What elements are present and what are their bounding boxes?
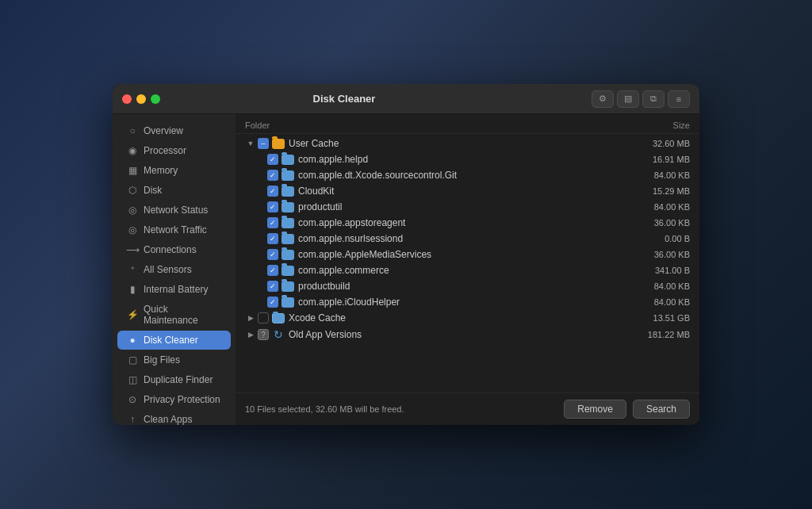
- footer-buttons: Remove Search: [564, 400, 690, 419]
- table-row[interactable]: ✓ com.apple.helpd 16.91 MB: [236, 151, 699, 167]
- sidebar-item-all-sensors[interactable]: ⁺ All Sensors: [117, 260, 231, 279]
- column-headers: Folder Size: [236, 114, 699, 134]
- checkbox-cloudkit[interactable]: ✓: [267, 186, 278, 197]
- table-row[interactable]: ▼ – User Cache 32.60 MB: [236, 136, 699, 151]
- network-traffic-icon: ◎: [127, 224, 138, 235]
- sidebar-item-network-status[interactable]: ◎ Network Status: [117, 201, 231, 220]
- sidebar-item-privacy-protection[interactable]: ⊙ Privacy Protection: [117, 390, 231, 409]
- expand-icon[interactable]: ▶: [245, 312, 256, 323]
- checkbox-commerce[interactable]: ✓: [267, 265, 278, 276]
- file-size: 0.00 B: [619, 234, 690, 243]
- checkbox-helpd[interactable]: ✓: [267, 154, 278, 165]
- expand-placeholder: [255, 201, 266, 212]
- checkbox-appstoreagent[interactable]: ✓: [267, 217, 278, 228]
- menu-tb-btn[interactable]: ≡: [668, 90, 690, 108]
- expand-placeholder: [255, 281, 266, 292]
- search-button[interactable]: Search: [633, 400, 690, 419]
- privacy-protection-icon: ⊙: [127, 394, 138, 405]
- sidebar-item-connections[interactable]: ⟶ Connections: [117, 240, 231, 259]
- file-size: 341.00 B: [619, 266, 690, 275]
- expand-placeholder: [255, 297, 266, 308]
- checkbox-productbuild[interactable]: ✓: [267, 281, 278, 292]
- checkbox-xcode-cache[interactable]: [258, 312, 269, 323]
- remove-button[interactable]: Remove: [564, 400, 626, 419]
- table-row[interactable]: ✓ com.apple.AppleMediaServices 36.00 KB: [236, 247, 699, 262]
- connections-icon: ⟶: [127, 244, 138, 255]
- folder-icon: [282, 297, 294, 308]
- table-row[interactable]: ▶ ? ↻ Old App Versions 181.22 MB: [236, 326, 699, 343]
- file-name: productutil: [298, 201, 619, 212]
- checkbox-xcode-git[interactable]: ✓: [267, 170, 278, 181]
- sidebar-item-disk-cleaner[interactable]: ● Disk Cleaner: [117, 331, 231, 350]
- file-name: CloudKit: [298, 186, 619, 197]
- sidebar-item-big-files[interactable]: ▢ Big Files: [117, 350, 231, 369]
- folder-icon: [282, 202, 294, 212]
- folder-column-header: Folder: [245, 121, 619, 130]
- internal-battery-icon: ▮: [127, 284, 138, 295]
- footer: 10 Files selected, 32.60 MB will be free…: [236, 392, 699, 425]
- table-row[interactable]: ✓ productutil 84.00 KB: [236, 199, 699, 215]
- table-row[interactable]: ✓ CloudKit 15.29 MB: [236, 183, 699, 199]
- sidebar-item-network-traffic[interactable]: ◎ Network Traffic: [117, 220, 231, 239]
- expand-placeholder: [255, 170, 266, 181]
- duplicate-finder-icon: ◫: [127, 374, 138, 385]
- table-row[interactable]: ✓ com.apple.dt.Xcode.sourcecontrol.Git 8…: [236, 167, 699, 183]
- titlebar: Disk Cleaner ⚙ ▤ ⧉ ≡: [113, 84, 699, 114]
- layout-tb-btn[interactable]: ⧉: [642, 90, 665, 108]
- sidebar-item-internal-battery[interactable]: ▮ Internal Battery: [117, 280, 231, 299]
- all-sensors-icon: ⁺: [127, 264, 138, 275]
- table-row[interactable]: ✓ com.apple.nsurlsessiond 0.00 B: [236, 231, 699, 247]
- table-row[interactable]: ✓ com.apple.commerce 341.00 B: [236, 262, 699, 278]
- size-column-header: Size: [619, 121, 690, 130]
- file-name: com.apple.helpd: [298, 154, 619, 165]
- checkbox-applemediaservices[interactable]: ✓: [267, 249, 278, 260]
- checkbox-nsurlsessiond[interactable]: ✓: [267, 233, 278, 244]
- file-name: User Cache: [289, 138, 619, 149]
- expand-placeholder: [255, 265, 266, 276]
- checkbox-user-cache[interactable]: –: [258, 138, 269, 149]
- file-size: 84.00 KB: [619, 202, 690, 212]
- file-name: com.apple.commerce: [298, 265, 619, 276]
- sidebar-item-quick-maintenance[interactable]: ⚡ Quick Maintenance: [117, 300, 231, 330]
- sidebar-item-clean-apps[interactable]: ↑ Clean Apps: [117, 410, 231, 425]
- table-row[interactable]: ✓ com.apple.iCloudHelper 84.00 KB: [236, 294, 699, 310]
- file-size: 32.60 MB: [619, 139, 690, 148]
- table-row[interactable]: ✓ com.apple.appstoreagent 36.00 KB: [236, 215, 699, 231]
- file-name: Xcode Cache: [289, 312, 619, 323]
- sidebar-item-disk[interactable]: ⬡ Disk: [117, 181, 231, 200]
- checkbox-old-app-versions[interactable]: ?: [258, 329, 269, 340]
- sidebar-item-memory[interactable]: ▦ Memory: [117, 161, 231, 180]
- table-row[interactable]: ▶ Xcode Cache 13.51 GB: [236, 310, 699, 326]
- expand-icon[interactable]: ▶: [245, 329, 256, 340]
- expand-placeholder: [255, 249, 266, 260]
- checkbox-productutil[interactable]: ✓: [267, 201, 278, 212]
- folder-icon: [282, 186, 294, 197]
- user-cache-folder-icon: [272, 139, 285, 149]
- main-panel: Folder Size ▼ – User Cache 32.60 MB ✓: [236, 114, 699, 425]
- titlebar-buttons: ⚙ ▤ ⧉ ≡: [592, 90, 690, 108]
- file-list: ▼ – User Cache 32.60 MB ✓ com.apple.help…: [236, 134, 699, 392]
- file-size: 16.91 MB: [619, 155, 690, 164]
- processor-icon: ◉: [127, 145, 138, 156]
- file-name: Old App Versions: [289, 329, 619, 340]
- file-size: 84.00 KB: [619, 170, 690, 180]
- checkbox-icloudhelper[interactable]: ✓: [267, 297, 278, 308]
- big-files-icon: ▢: [127, 354, 138, 365]
- memory-icon: ▦: [127, 165, 138, 176]
- folder-icon: [282, 170, 294, 181]
- settings-tb-btn[interactable]: ⚙: [592, 90, 614, 108]
- table-row[interactable]: ✓ productbuild 84.00 KB: [236, 278, 699, 294]
- expand-icon[interactable]: ▼: [245, 138, 256, 149]
- clean-apps-icon: ↑: [127, 414, 138, 425]
- folder-icon: [282, 250, 294, 260]
- expand-placeholder: [255, 217, 266, 228]
- list-tb-btn[interactable]: ▤: [617, 90, 639, 108]
- sidebar: ○ Overview ◉ Processor ▦ Memory ⬡ Disk ◎…: [113, 114, 236, 425]
- sidebar-item-processor[interactable]: ◉ Processor: [117, 141, 231, 160]
- file-size: 84.00 KB: [619, 297, 690, 307]
- quick-maintenance-icon: ⚡: [127, 309, 138, 320]
- sidebar-item-duplicate-finder[interactable]: ◫ Duplicate Finder: [117, 370, 231, 389]
- sidebar-item-overview[interactable]: ○ Overview: [117, 121, 231, 140]
- file-size: 15.29 MB: [619, 186, 690, 196]
- status-text: 10 Files selected, 32.60 MB will be free…: [245, 404, 564, 414]
